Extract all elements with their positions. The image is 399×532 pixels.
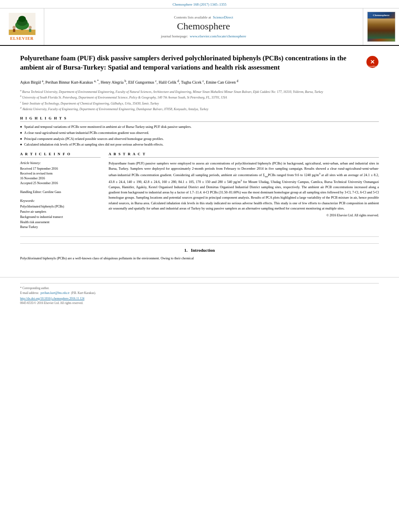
author-2: Perihan Binnur Kurt-Karakus a, *, [45,80,101,84]
author-3: Henry Alegria b, [101,80,128,84]
highlights-heading: H I G H L I G H T S [20,116,379,122]
highlight-3: Principal component analysis (PCA) relat… [20,136,379,142]
affiliation-a: a Bursa Technical University, Department… [20,88,379,94]
article-title: Polyurethane foam (PUF) disk passive sam… [20,54,361,72]
svg-rect-9 [29,29,31,32]
doi-link[interactable]: http://dx.doi.org/10.1016/j.chemosphere.… [20,297,84,300]
revised-date: Received in revised form16 November 2016 [20,171,101,181]
intro-number: 1. [184,248,187,253]
intro-title: Introduction [191,248,215,253]
affiliation-d: d Akdeniz University, Faculty of Enginee… [20,106,379,111]
email-label: E-mail address: [20,291,39,295]
handling-editor-label: Handling Editor: Caroline Gaus [20,190,61,194]
abstract-text: Polyurethane foam (PUF) passive samplers… [109,161,379,211]
email-name: (P.B. Kurt-Karakus). [71,291,96,295]
svg-point-5 [18,16,26,22]
abstract-heading: A B S T R A C T [109,152,379,158]
keyword-4: Health risk assessment [20,220,101,225]
crossmark-badge[interactable]: ✕ CrossMark [366,55,379,68]
affiliation-c: c İzmir Institute of Technology, Departm… [20,100,379,106]
journal-header-left: ELSEVIER [0,8,44,45]
svg-text:✕: ✕ [370,59,375,65]
author-5: Halil Celik d, [158,80,181,84]
accepted-date: Accepted 25 November 2016 [20,181,101,186]
citation-text: Chemosphere 168 (2017) 1345–1355 [173,2,226,6]
author-6: Tugba Cicek c, [181,80,206,84]
section-divider [20,236,379,237]
author-7: Emine Can Güven d [206,80,238,84]
svg-point-6 [12,26,16,29]
journal-title: Chemosphere [177,21,230,32]
affiliations-section: a Bursa Technical University, Department… [20,88,379,111]
keywords-heading: Keywords: [20,199,101,203]
contents-label: Contents lists available at [174,15,211,19]
elsevier-tree-icon [8,13,36,35]
two-column-section: A R T I C L E I N F O Article history: R… [20,152,379,230]
footer-doi[interactable]: http://dx.doi.org/10.1016/j.chemosphere.… [20,297,379,300]
svg-text:CrossMark: CrossMark [368,65,378,68]
highlight-2: A clear rural-agricultural-semi-urban-in… [20,130,379,136]
introduction-section: 1. Introduction Polychlorinated biphenyl… [20,243,379,261]
article-footer: * Corresponding author. E-mail address: … [0,277,399,309]
intro-heading: 1. Introduction [20,248,379,253]
elsevier-logo: ELSEVIER [8,13,36,41]
journal-header-center: Contents lists available at ScienceDirec… [44,8,363,45]
homepage-label: journal homepage: [161,34,188,38]
crossmark-icon: ✕ CrossMark [366,55,379,68]
article-info-column: A R T I C L E I N F O Article history: R… [20,152,101,230]
homepage-line: journal homepage: www.elsevier.com/locat… [161,34,246,38]
svg-rect-7 [13,29,15,32]
keyword-5: Bursa-Turkey [20,225,101,230]
page: Chemosphere 168 (2017) 1345–1355 [0,0,399,532]
sciencedirect-link[interactable]: ScienceDirect [213,15,233,19]
author-4: Elif Gungormus c, [128,80,159,84]
highlight-1: Spatial and temporal variations of PCBs … [20,124,379,129]
homepage-url[interactable]: www.elsevier.com/locate/chemosphere [190,34,246,38]
abstract-column: A B S T R A C T Polyurethane foam (PUF) … [109,152,379,230]
intro-text: Polychlorinated biphenyls (PCBs) are a w… [20,256,379,261]
corresponding-label: * Corresponding author. [20,286,49,290]
keyword-3: Background to industrial transect [20,215,101,220]
keyword-1: Polychlorinated biphenyls (PCBs) [20,204,101,210]
journal-cover-art [368,18,395,39]
keyword-2: Passive air samplers [20,210,101,215]
elsevier-label: ELSEVIER [10,36,34,41]
author-1: Aşkın Birgül a, [20,80,45,84]
highlights-section: H I G H L I G H T S Spatial and temporal… [20,116,379,147]
citation-bar: Chemosphere 168 (2017) 1345–1355 [0,0,399,8]
history-heading: Article history: [20,161,101,165]
authors-section: Aşkın Birgül a, Perihan Binnur Kurt-Kara… [20,79,379,85]
received-date: Received 17 September 2016 [20,166,101,171]
article-body: Polyurethane foam (PUF) disk passive sam… [0,46,399,269]
intro-paragraph: Polychlorinated biphenyls (PCBs) are a w… [20,256,194,260]
journal-cover-title: Chemosphere [372,12,390,18]
journal-cover-image: Chemosphere [367,12,395,42]
footer-divider [20,283,379,283]
email-link[interactable]: perihan.kurt@btu.edu.tr [41,291,70,295]
svg-point-8 [29,26,32,29]
contents-line: Contents lists available at ScienceDirec… [174,15,233,19]
copyright-line: © 2016 Elsevier Ltd. All rights reserved… [109,214,379,217]
footer-copyright: 0045-6535/© 2016 Elsevier Ltd. All right… [20,301,379,305]
affiliation-b: b University of South Florida St. Peters… [20,94,379,100]
journal-header-right: Chemosphere [363,8,399,45]
article-info-heading: A R T I C L E I N F O [20,152,101,158]
journal-header: ELSEVIER Contents lists available at Sci… [0,8,399,46]
footer-note: * Corresponding author. E-mail address: … [20,286,379,295]
handling-editor: Handling Editor: Caroline Gaus [20,190,101,195]
respectively-text: respectively [283,185,300,189]
highlight-4: Calculated inhalation risk levels of PCB… [20,142,379,147]
svg-rect-1 [8,30,35,35]
article-title-section: Polyurethane foam (PUF) disk passive sam… [20,54,379,72]
